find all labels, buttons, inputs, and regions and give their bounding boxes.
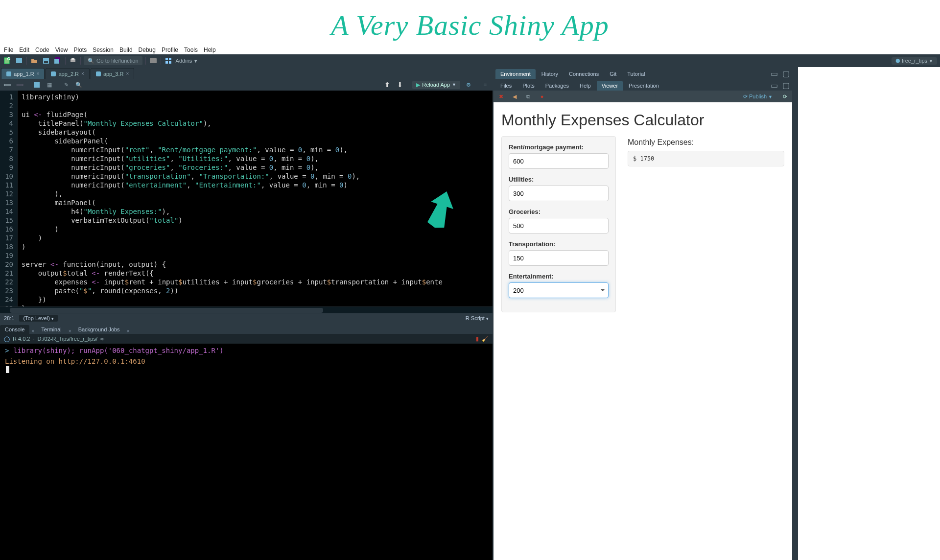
pointer-cursor-annotation	[426, 190, 455, 230]
viewer-tab-packages[interactable]: Packages	[540, 81, 574, 91]
back-icon[interactable]: ⟸	[3, 80, 12, 89]
close-tab-icon[interactable]: ×	[126, 71, 129, 76]
print-icon[interactable]	[69, 56, 77, 65]
gear-icon[interactable]: ⚙	[464, 80, 473, 89]
main-toolbar: 🔍Go to file/function Addins ▼ ⬢ free_r_t…	[0, 54, 940, 67]
env-tab-history[interactable]: History	[537, 69, 563, 79]
console-output[interactable]: > library(shiny); runApp('060_chatgpt_sh…	[0, 344, 493, 560]
numeric-input[interactable]	[509, 186, 609, 201]
input-label: Transportation:	[509, 240, 609, 248]
env-tab-environment[interactable]: Environment	[495, 69, 536, 79]
save-source-icon[interactable]	[32, 80, 41, 89]
back-viewer-icon[interactable]: ◀	[510, 92, 519, 101]
console-tabs: Console×Terminal×Background Jobs×	[0, 323, 493, 334]
menu-debug[interactable]: Debug	[139, 47, 156, 53]
editor-hscrollbar[interactable]	[0, 306, 493, 313]
svg-rect-12	[165, 61, 168, 64]
wand-icon[interactable]: ✎	[62, 80, 70, 89]
close-console-tab-icon[interactable]: ×	[29, 327, 36, 334]
forward-icon[interactable]: ⟹	[16, 80, 24, 89]
goto-file-input[interactable]: 🔍Go to file/function	[84, 56, 142, 65]
minimize-pane-icon[interactable]: ▭	[770, 69, 778, 78]
menu-build[interactable]: Build	[119, 47, 133, 53]
output-total: $ 1750	[628, 151, 784, 166]
r-version: R 4.0.2	[13, 336, 30, 342]
menu-plots[interactable]: Plots	[74, 47, 87, 53]
input-label: Utilities:	[509, 176, 609, 183]
menu-code[interactable]: Code	[35, 47, 49, 53]
env-tab-connections[interactable]: Connections	[564, 69, 604, 79]
new-project-icon[interactable]	[15, 56, 24, 65]
numeric-input[interactable]	[509, 282, 609, 298]
stop-icon[interactable]: ▮	[476, 336, 479, 342]
editor-statusbar: 28:1 (Top Level) ▾ R Script ▾	[0, 313, 493, 323]
clear-console-icon[interactable]: 🧹	[482, 336, 489, 342]
new-file-icon[interactable]	[3, 56, 12, 65]
input-group-groceries: Groceries:	[509, 208, 609, 233]
maximize-pane-icon[interactable]: ▢	[781, 69, 790, 78]
close-tab-icon[interactable]: ×	[81, 71, 84, 76]
editor-tab-app_3-r[interactable]: app_3.R ×	[91, 68, 134, 79]
save-icon[interactable]	[42, 56, 50, 65]
keyboard-icon[interactable]	[149, 56, 158, 65]
numeric-input[interactable]	[509, 250, 609, 266]
viewer-tab-presentation[interactable]: Presentation	[624, 81, 664, 91]
code-editor[interactable]: 1234567891011121314151617181920212223242…	[0, 91, 493, 306]
input-group-utilities: Utilities:	[509, 176, 609, 201]
menu-help[interactable]: Help	[204, 47, 216, 53]
right-scrollbar[interactable]	[792, 67, 798, 560]
console-tab-background-jobs[interactable]: Background Jobs	[73, 325, 125, 334]
source-on-save-icon[interactable]: ▦	[45, 80, 54, 89]
editor-tab-app_1-r[interactable]: app_1.R ×	[1, 68, 45, 79]
menu-profile[interactable]: Profile	[162, 47, 178, 53]
menu-tools[interactable]: Tools	[184, 47, 198, 53]
outline-icon[interactable]: ≡	[481, 80, 490, 89]
editor-toolbar: ⟸ ⟹ ▦ ✎ 🔍 ⬆ ⬇ ▶Reload App ▼ ⚙ ≡	[0, 79, 493, 91]
numeric-input[interactable]	[509, 218, 609, 233]
env-tab-tutorial[interactable]: Tutorial	[622, 69, 650, 79]
menu-session[interactable]: Session	[93, 47, 114, 53]
save-all-icon[interactable]	[53, 56, 62, 65]
console-tab-console[interactable]: Console	[0, 325, 29, 334]
console-tab-terminal[interactable]: Terminal	[36, 325, 67, 334]
svg-rect-4	[44, 61, 48, 63]
close-console-tab-icon[interactable]: ×	[125, 327, 132, 334]
find-icon[interactable]: 🔍	[74, 80, 83, 89]
close-console-tab-icon[interactable]: ×	[67, 327, 73, 334]
addins-menu[interactable]: Addins ▼	[176, 58, 198, 64]
viewer-tab-plots[interactable]: Plots	[517, 81, 539, 91]
stop-viewer-icon[interactable]: ●	[538, 92, 546, 101]
menu-edit[interactable]: Edit	[19, 47, 29, 53]
input-label: Rent/mortgage payment:	[509, 143, 609, 151]
scope-indicator[interactable]: (Top Level) ▾	[19, 315, 57, 322]
menu-file[interactable]: File	[4, 47, 13, 53]
popout-viewer-icon[interactable]: ⧉	[524, 92, 533, 101]
viewer-tab-help[interactable]: Help	[575, 81, 596, 91]
publish-button[interactable]: ⟳ Publish ▼	[743, 93, 773, 100]
minimize-viewer-icon[interactable]: ▭	[770, 81, 778, 90]
up-arrow-icon[interactable]: ⬆	[383, 80, 392, 89]
numeric-input[interactable]	[509, 153, 609, 169]
menu-view[interactable]: View	[55, 47, 68, 53]
project-menu[interactable]: ⬢ free_r_tips ▼	[892, 57, 937, 65]
shiny-main-panel: Monthly Expenses: $ 1750	[628, 136, 784, 312]
viewer-tab-viewer[interactable]: Viewer	[597, 81, 623, 91]
refresh-viewer-icon[interactable]: ⟳	[780, 92, 789, 101]
path-arrow-icon[interactable]: ➪	[100, 336, 105, 342]
open-icon[interactable]	[30, 56, 39, 65]
down-arrow-icon[interactable]: ⬇	[396, 80, 404, 89]
close-tab-icon[interactable]: ×	[37, 71, 40, 76]
r-logo-icon: ◯	[4, 336, 10, 342]
shiny-title: Monthly Expenses Calculator	[501, 111, 784, 129]
maximize-viewer-icon[interactable]: ▢	[781, 81, 790, 90]
grid-icon[interactable]	[164, 56, 173, 65]
input-group-rent-mortgage-payment: Rent/mortgage payment:	[509, 143, 609, 169]
env-tab-git[interactable]: Git	[605, 69, 621, 79]
reload-app-button[interactable]: ▶Reload App ▼	[412, 81, 460, 89]
viewer-tab-files[interactable]: Files	[495, 81, 517, 91]
svg-rect-11	[169, 58, 171, 60]
remove-viewer-icon[interactable]: ✖	[496, 92, 505, 101]
svg-rect-13	[169, 61, 171, 64]
file-type[interactable]: R Script ▾	[466, 315, 489, 321]
editor-tab-app_2-r[interactable]: app_2.R ×	[46, 68, 89, 79]
